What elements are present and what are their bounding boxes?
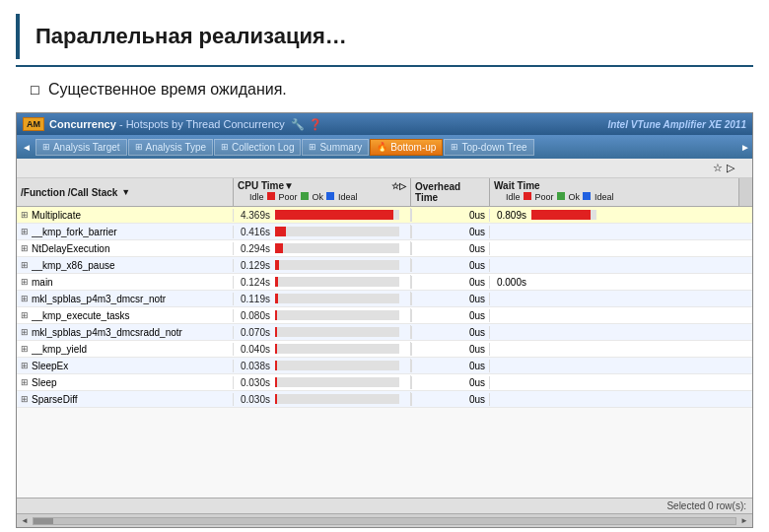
cpu-time-value: 0.416s — [234, 227, 273, 237]
collection-log-icon: ⊞ — [221, 142, 229, 152]
vtune-app-subtitle: - Hotspots by Thread Concurrency — [116, 118, 285, 130]
scrollbar-track[interactable] — [33, 517, 736, 525]
cpu-bar-area — [273, 208, 401, 222]
star-icon[interactable]: ☆ — [713, 162, 723, 174]
table-row[interactable]: ⊞ mkl_spblas_p4m3_dmcsradd_notr 0.070s 0… — [17, 324, 752, 341]
wait-col-label: Wait Time — [494, 180, 540, 191]
expand-icon[interactable]: ⊞ — [21, 210, 29, 220]
table-row[interactable]: ⊞ Sleep 0.030s 0us — [17, 374, 752, 391]
export-icon[interactable]: ▷ — [727, 162, 734, 174]
cpu-bar-container — [275, 277, 399, 287]
tab-collection-log[interactable]: ⊞ Collection Log — [214, 139, 301, 156]
expand-icon[interactable]: ⊞ — [21, 327, 29, 337]
row-function-cell: ⊞ SparseDiff — [17, 393, 234, 406]
cpu-bar-container — [275, 344, 399, 354]
overhead-cell: 0us — [411, 360, 490, 372]
overhead-cell: 0us — [411, 393, 490, 406]
expand-icon[interactable]: ⊞ — [21, 377, 29, 387]
cpu-bar-area — [273, 308, 401, 322]
wait-bar-fill — [531, 210, 591, 220]
col-cpu[interactable]: CPU Time▼ ☆▷ Idle Poor Ok Ideal — [234, 178, 411, 206]
overhead-cell: 0us — [411, 242, 490, 255]
col-function[interactable]: /Function /Call Stack ▼ — [17, 178, 234, 206]
cpu-time-value: 0.040s — [234, 344, 273, 355]
scroll-left-button[interactable]: ◄ — [19, 516, 31, 525]
function-name: mkl_spblas_p4m3_dmcsr_notr — [32, 294, 166, 304]
cpu-bar-container — [275, 260, 399, 270]
scroll-right-button[interactable]: ► — [738, 516, 750, 525]
table-row[interactable]: ⊞ SparseDiff 0.030s 0us — [17, 391, 752, 408]
tab-analysis-target-label: Analysis Target — [53, 142, 120, 153]
cpu-bar-area — [273, 241, 401, 255]
analysis-target-icon: ⊞ — [42, 142, 50, 152]
cpu-bar-fill — [275, 361, 277, 370]
scroll-icon-cpu: ☆▷ — [391, 181, 406, 191]
slide-header: Параллельная реализация… — [16, 14, 753, 59]
expand-icon[interactable]: ⊞ — [21, 277, 29, 287]
overhead-cell: 0us — [411, 209, 490, 222]
legend-ideal-box — [326, 192, 334, 200]
legend-idle-box — [238, 192, 245, 200]
cpu-time-value: 4.369s — [234, 210, 273, 221]
cpu-cell: 0.030s — [234, 375, 411, 389]
table-row[interactable]: ⊞ SleepEx 0.038s 0us — [17, 358, 752, 374]
table-row[interactable]: ⊞ __kmp_fork_barrier 0.416s 0us — [17, 224, 752, 240]
cpu-time-value: 0.030s — [234, 394, 273, 405]
horizontal-scrollbar[interactable]: ◄ ► — [17, 513, 752, 527]
table-row[interactable]: ⊞ __kmp_yield 0.040s 0us — [17, 341, 752, 358]
cpu-time-value: 0.038s — [234, 361, 273, 371]
bottom-up-icon: 🔥 — [377, 142, 387, 152]
cpu-bar-fill — [275, 243, 283, 253]
nav-forward-button[interactable]: ► — [740, 142, 750, 153]
table-row[interactable]: ⊞ Multiplicate 4.369s 0us 0.809s — [17, 207, 752, 224]
cpu-time-value: 0.294s — [234, 243, 273, 254]
overhead-cell: 0us — [411, 226, 490, 238]
vtune-table-area: /Function /Call Stack ▼ CPU Time▼ ☆▷ Idl… — [17, 178, 752, 527]
overhead-cell: 0us — [411, 376, 490, 389]
wait-time-value: 0.000s — [490, 277, 529, 288]
row-function-cell: ⊞ SleepEx — [17, 360, 234, 372]
cpu-bar-fill — [275, 294, 278, 303]
expand-icon[interactable]: ⊞ — [21, 394, 29, 404]
table-row[interactable]: ⊞ NtDelayExecution 0.294s 0us — [17, 240, 752, 257]
expand-icon[interactable]: ⊞ — [21, 294, 29, 303]
scrollbar-thumb[interactable] — [34, 518, 53, 524]
overhead-cell: 0us — [411, 326, 490, 339]
slide-title: Параллельная реализация… — [35, 24, 737, 49]
cpu-cell: 0.129s — [234, 258, 411, 272]
wait-legend-poor: Poor — [535, 192, 554, 202]
wait-legend-ideal-box — [583, 192, 591, 200]
table-row[interactable]: ⊞ __kmp_x86_pause 0.129s 0us — [17, 257, 752, 274]
expand-icon[interactable]: ⊞ — [21, 227, 29, 236]
cpu-bar-fill — [275, 277, 278, 287]
tab-bottom-up[interactable]: 🔥 Bottom-up — [370, 139, 443, 156]
function-col-dropdown[interactable]: ▼ — [121, 187, 130, 197]
cpu-bar-area — [273, 275, 401, 289]
table-row[interactable]: ⊞ mkl_spblas_p4m3_dmcsr_notr 0.119s 0us — [17, 291, 752, 307]
cpu-time-value: 0.080s — [234, 310, 273, 321]
table-row[interactable]: ⊞ main 0.124s 0us 0.000s — [17, 274, 752, 291]
cpu-bar-area — [273, 342, 401, 356]
expand-icon[interactable]: ⊞ — [21, 310, 29, 320]
table-row[interactable]: ⊞ __kmp_execute_tasks 0.080s 0us — [17, 307, 752, 324]
expand-icon[interactable]: ⊞ — [21, 243, 29, 253]
nav-back-button[interactable]: ◄ — [19, 141, 35, 154]
cpu-bar-container — [275, 394, 399, 404]
tab-analysis-type[interactable]: ⊞ Analysis Type — [128, 139, 214, 156]
table-header: /Function /Call Stack ▼ CPU Time▼ ☆▷ Idl… — [17, 178, 752, 207]
function-name: __kmp_execute_tasks — [32, 310, 130, 321]
tab-summary[interactable]: ⊞ Summary — [302, 139, 369, 156]
cpu-cell: 0.124s — [234, 275, 411, 289]
cpu-bar-fill — [275, 327, 277, 337]
expand-icon[interactable]: ⊞ — [21, 344, 29, 354]
wait-legend-idle: Idle — [506, 192, 521, 202]
cpu-bar-fill — [275, 394, 277, 404]
expand-icon[interactable]: ⊞ — [21, 361, 29, 370]
overhead-cell: 0us — [411, 276, 490, 289]
wait-cell: 0.000s — [490, 277, 752, 288]
expand-icon[interactable]: ⊞ — [21, 260, 29, 270]
cpu-bar-area — [273, 375, 401, 389]
tab-analysis-target[interactable]: ⊞ Analysis Target — [35, 139, 127, 156]
overhead-cell: 0us — [411, 343, 490, 356]
tab-top-down[interactable]: ⊞ Top-down Tree — [444, 139, 533, 156]
